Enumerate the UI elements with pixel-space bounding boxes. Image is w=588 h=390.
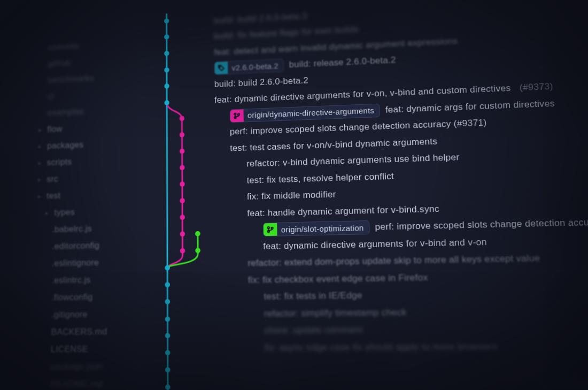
svg-point-9 bbox=[165, 317, 171, 322]
tree-file[interactable]: .flowconfig bbox=[33, 288, 144, 307]
commit-message: build: build 2.6.0-beta.3 bbox=[214, 11, 307, 26]
tree-file[interactable]: README.md bbox=[32, 376, 144, 390]
svg-point-1 bbox=[164, 34, 169, 40]
svg-point-10 bbox=[165, 333, 171, 338]
tag-icon bbox=[214, 62, 228, 74]
tree-file[interactable]: .eslintrc.js bbox=[33, 270, 144, 289]
tree-file[interactable]: package.json bbox=[32, 358, 144, 376]
svg-point-28 bbox=[238, 113, 239, 115]
svg-point-23 bbox=[195, 231, 200, 236]
commit-row[interactable]: fix: async edge case fix should apply to… bbox=[214, 337, 588, 356]
ref-label: origin/slot-optimization bbox=[281, 223, 364, 234]
tree-file[interactable]: LICENSE bbox=[32, 340, 144, 358]
chevron-right-icon: ▸ bbox=[38, 159, 47, 166]
svg-point-17 bbox=[180, 165, 184, 170]
commit-message: fix: fix middle modifier bbox=[247, 189, 336, 202]
commit-message: feat: handle dynamic argument for v-bind… bbox=[247, 203, 439, 219]
commit-message: build: build 2.6.0-beta.2 bbox=[214, 75, 308, 90]
tree-folder[interactable]: ▸ types bbox=[34, 202, 144, 221]
svg-point-4 bbox=[165, 83, 169, 89]
commit-graph bbox=[144, 11, 215, 390]
tree-file[interactable]: .editorconfig bbox=[33, 236, 144, 255]
svg-point-25 bbox=[219, 66, 220, 67]
svg-point-14 bbox=[180, 116, 184, 121]
ref-tag[interactable]: origin/slot-optimization bbox=[263, 220, 370, 236]
chevron-right-icon: ▸ bbox=[38, 142, 47, 150]
svg-point-3 bbox=[165, 67, 169, 73]
svg-point-6 bbox=[165, 265, 171, 271]
commit-message: fix: fix checkbox event edge case in Fir… bbox=[248, 272, 428, 286]
branch-icon bbox=[264, 223, 277, 236]
commit-message: test: fix tests in IE/Edge bbox=[264, 290, 362, 302]
commit-message: chore: update comment bbox=[264, 325, 363, 337]
file-tree-sidebar: commitsgithubbenchmarksciexamples ▸ flow… bbox=[18, 15, 144, 390]
ref-label: origin/dynamic-directive-arguments bbox=[247, 106, 374, 120]
svg-point-20 bbox=[180, 215, 185, 220]
commit-list: build: build 2.6.0-beta.3build: fix feat… bbox=[212, 0, 588, 390]
issue-ref: (#9373) bbox=[520, 81, 554, 93]
ref-label: v2.6.0-beta.2 bbox=[231, 61, 278, 72]
commit-message: fix: async edge case fix should apply to… bbox=[265, 341, 498, 354]
chevron-right-icon: ▸ bbox=[38, 126, 47, 133]
tree-file[interactable]: BACKERS.md bbox=[32, 323, 144, 341]
svg-point-16 bbox=[180, 149, 184, 154]
commit-message: feat: dynamic directive arguments for v-… bbox=[263, 236, 487, 251]
commit-message: refactor: simplify timestamp check bbox=[264, 307, 407, 319]
svg-point-7 bbox=[165, 282, 171, 287]
svg-point-12 bbox=[165, 367, 171, 372]
chevron-right-icon: ▸ bbox=[38, 193, 47, 200]
svg-point-13 bbox=[165, 385, 171, 390]
chevron-right-icon: ▸ bbox=[38, 175, 47, 183]
commit-row[interactable]: chore: update comment bbox=[214, 319, 588, 340]
svg-point-2 bbox=[164, 51, 169, 56]
svg-point-18 bbox=[180, 181, 184, 187]
svg-point-15 bbox=[180, 132, 184, 137]
commit-message: perf: improve scoped slots change detect… bbox=[375, 217, 588, 233]
svg-point-29 bbox=[267, 227, 269, 229]
tree-file[interactable]: .babelrc.js bbox=[34, 219, 144, 238]
tree-file[interactable]: .eslintignore bbox=[33, 253, 144, 272]
svg-point-11 bbox=[165, 350, 171, 355]
svg-point-0 bbox=[164, 18, 169, 24]
svg-point-19 bbox=[180, 198, 185, 203]
svg-point-26 bbox=[234, 113, 236, 114]
svg-point-24 bbox=[196, 248, 201, 253]
ref-tag[interactable]: v2.6.0-beta.2 bbox=[214, 59, 284, 75]
chevron-right-icon: ▸ bbox=[45, 209, 55, 217]
commit-message: build: release 2.6.0-beta.2 bbox=[289, 55, 396, 70]
tree-file[interactable]: .gitignore bbox=[33, 305, 144, 323]
branch-icon bbox=[230, 109, 244, 122]
svg-point-5 bbox=[165, 100, 169, 105]
commit-message: test: fix tests, resolve helper conflict bbox=[247, 171, 394, 186]
svg-point-8 bbox=[165, 299, 171, 304]
svg-point-21 bbox=[180, 231, 185, 236]
svg-point-22 bbox=[180, 248, 185, 254]
svg-point-31 bbox=[271, 227, 273, 230]
commit-message: refactor: extend dom-props update skip t… bbox=[247, 253, 540, 269]
